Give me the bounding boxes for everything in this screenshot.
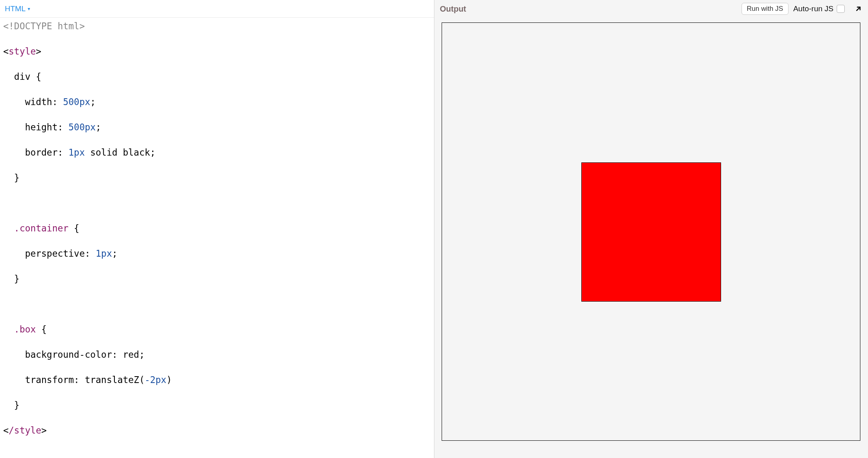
language-label: HTML — [5, 4, 26, 13]
code-line: transform: translateZ(-2px) — [3, 374, 431, 387]
code-line — [3, 450, 431, 458]
preview-box — [581, 162, 721, 302]
code-line: perspective: 1px; — [3, 247, 431, 260]
output-header: Output Run with JS Auto-run JS — [434, 0, 868, 18]
output-pane: Output Run with JS Auto-run JS — [434, 0, 868, 458]
language-dropdown[interactable]: HTML ▾ — [5, 4, 30, 13]
code-line: .box { — [3, 323, 431, 336]
code-line — [3, 298, 431, 311]
output-title: Output — [440, 4, 737, 14]
code-line: border: 1px solid black; — [3, 146, 431, 159]
code-line: <!DOCTYPE html> — [3, 20, 431, 33]
code-line: background-color: red; — [3, 349, 431, 361]
code-line: div { — [3, 71, 431, 83]
code-line: .container { — [3, 222, 431, 235]
code-line — [3, 197, 431, 210]
code-editor[interactable]: <!DOCTYPE html> <style> div { width: 500… — [0, 18, 434, 458]
code-line: } — [3, 399, 431, 412]
expand-icon[interactable] — [854, 5, 862, 13]
preview-frame — [442, 22, 861, 451]
preview-container — [442, 22, 860, 441]
code-line: <style> — [3, 45, 431, 58]
autorun-checkbox[interactable] — [837, 5, 845, 13]
output-body — [434, 18, 868, 458]
code-line: height: 500px; — [3, 121, 431, 134]
editor-pane: HTML ▾ <!DOCTYPE html> <style> div { wid… — [0, 0, 434, 458]
chevron-down-icon: ▾ — [28, 6, 30, 12]
editor-header: HTML ▾ — [0, 0, 434, 18]
code-line: width: 500px; — [3, 96, 431, 109]
code-line: </style> — [3, 424, 431, 437]
code-line: } — [3, 273, 431, 286]
code-line: } — [3, 172, 431, 184]
run-with-js-button[interactable]: Run with JS — [742, 3, 789, 15]
autorun-toggle: Auto-run JS — [793, 4, 845, 13]
autorun-label: Auto-run JS — [793, 4, 833, 13]
